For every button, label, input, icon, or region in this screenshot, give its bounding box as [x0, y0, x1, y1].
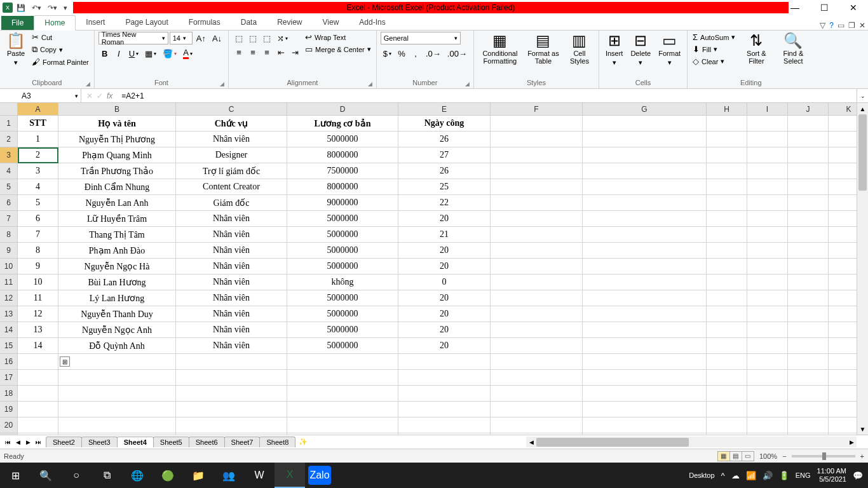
row-header-15[interactable]: 15: [0, 338, 18, 354]
align-bottom-button[interactable]: ⬚: [261, 32, 273, 44]
ribbon-tab-page-layout[interactable]: Page Layout: [115, 15, 178, 30]
cell-E14[interactable]: 20: [398, 322, 491, 338]
ribbon-tab-home[interactable]: Home: [34, 15, 76, 30]
zalo-icon[interactable]: Zalo: [308, 466, 331, 485]
cell-B14[interactable]: Nguyễn Ngọc Anh: [58, 322, 176, 338]
cell-B19[interactable]: [58, 402, 176, 417]
autofill-options-icon[interactable]: ⊞: [60, 356, 70, 367]
cell-F9[interactable]: [491, 243, 583, 259]
row-header-20[interactable]: 20: [0, 417, 18, 433]
font-color-button[interactable]: A▾: [180, 47, 195, 60]
cell-C6[interactable]: Giám đốc: [176, 195, 287, 211]
paste-button[interactable]: 📋 Paste ▾: [4, 32, 28, 68]
cell-D11[interactable]: không: [287, 274, 398, 290]
scroll-up-icon[interactable]: ▲: [857, 103, 868, 114]
cell-H14[interactable]: [707, 322, 747, 338]
accounting-button[interactable]: $▾: [381, 47, 394, 60]
cell-J20[interactable]: [788, 417, 829, 433]
cell-G17[interactable]: [583, 370, 707, 386]
cell-E1[interactable]: Ngày công: [398, 116, 491, 132]
align-left-button[interactable]: ≡: [233, 46, 245, 58]
column-header-G[interactable]: G: [583, 103, 707, 116]
cell-H11[interactable]: [707, 274, 747, 290]
alignment-launcher-icon[interactable]: ◢: [368, 81, 372, 87]
cell-G1[interactable]: [583, 116, 707, 132]
cell-I9[interactable]: [747, 243, 788, 259]
cell-B1[interactable]: Họ và tên: [58, 116, 176, 132]
autosum-button[interactable]: ΣAutoSum▾: [691, 32, 736, 43]
cell-E13[interactable]: 20: [398, 306, 491, 322]
cell-J3[interactable]: [788, 147, 829, 163]
cell-F16[interactable]: [491, 354, 583, 370]
doc-close-icon[interactable]: ✕: [859, 21, 865, 30]
cell-B2[interactable]: Nguyễn Thị Phương: [58, 132, 176, 147]
row-header-2[interactable]: 2: [0, 132, 18, 147]
cell-D10[interactable]: 5000000: [287, 259, 398, 274]
cell-C11[interactable]: Nhân viên: [176, 274, 287, 290]
cell-F1[interactable]: [491, 116, 583, 132]
cell-C2[interactable]: Nhân viên: [176, 132, 287, 147]
row-header-17[interactable]: 17: [0, 370, 18, 386]
cell-C18[interactable]: [176, 386, 287, 402]
shrink-font-button[interactable]: A↓: [210, 32, 224, 44]
font-name-combo[interactable]: Times New Roman▾: [98, 32, 168, 44]
clear-button[interactable]: ◇Clear▾: [691, 56, 736, 67]
cell-H17[interactable]: [707, 370, 747, 386]
tray-expand-icon[interactable]: ^: [721, 471, 725, 480]
insert-cells-button[interactable]: ⊞Insert▾: [603, 32, 626, 68]
qat-undo-icon[interactable]: ↶▾: [29, 3, 44, 13]
fill-button[interactable]: ⬇Fill▾: [691, 44, 736, 55]
cell-B12[interactable]: Lý Lan Hương: [58, 290, 176, 306]
cell-A16[interactable]: [18, 354, 58, 370]
cell-E11[interactable]: 0: [398, 274, 491, 290]
cell-E4[interactable]: 26: [398, 163, 491, 179]
row-header-4[interactable]: 4: [0, 163, 18, 179]
cell-A11[interactable]: 10: [18, 274, 58, 290]
underline-button[interactable]: U▾: [126, 47, 141, 60]
cell-G7[interactable]: [583, 211, 707, 227]
clock[interactable]: 11:00 AM 5/5/2021: [817, 467, 846, 484]
italic-button[interactable]: I: [112, 47, 125, 60]
cell-I15[interactable]: [747, 338, 788, 354]
cell-B17[interactable]: [58, 370, 176, 386]
page-layout-view-button[interactable]: ▤: [729, 451, 742, 461]
grow-font-button[interactable]: A↑: [194, 32, 208, 44]
cell-F17[interactable]: [491, 370, 583, 386]
copy-button[interactable]: ⧉Copy▾: [31, 44, 90, 55]
row-header-12[interactable]: 12: [0, 290, 18, 306]
cell-F10[interactable]: [491, 259, 583, 274]
desktop-button[interactable]: Desktop: [689, 471, 714, 479]
cell-G11[interactable]: [583, 274, 707, 290]
cell-C12[interactable]: Nhân viên: [176, 290, 287, 306]
cell-G12[interactable]: [583, 290, 707, 306]
enter-formula-icon[interactable]: ✓: [97, 92, 103, 100]
cell-E16[interactable]: [398, 354, 491, 370]
cell-E20[interactable]: [398, 417, 491, 433]
cell-I6[interactable]: [747, 195, 788, 211]
cell-D6[interactable]: 9000000: [287, 195, 398, 211]
task-view-icon[interactable]: ⧉: [92, 463, 122, 488]
new-sheet-icon[interactable]: ✨: [295, 437, 311, 447]
wifi-icon[interactable]: 📶: [746, 471, 756, 480]
cell-J5[interactable]: [788, 179, 829, 195]
cell-J18[interactable]: [788, 386, 829, 402]
cell-D15[interactable]: 5000000: [287, 338, 398, 354]
cell-H16[interactable]: [707, 354, 747, 370]
ribbon-minimize-icon[interactable]: ▽: [820, 21, 825, 30]
column-header-H[interactable]: H: [707, 103, 747, 116]
cell-D14[interactable]: 5000000: [287, 322, 398, 338]
cell-A15[interactable]: 14: [18, 338, 58, 354]
format-cells-button[interactable]: ▭Format▾: [656, 32, 683, 68]
onedrive-icon[interactable]: ☁: [731, 471, 740, 480]
cell-E18[interactable]: [398, 386, 491, 402]
row-header-16[interactable]: 16: [0, 354, 18, 370]
cancel-formula-icon[interactable]: ✕: [86, 92, 93, 100]
find-select-button[interactable]: 🔍Find & Select: [776, 32, 810, 66]
cell-J4[interactable]: [788, 163, 829, 179]
cell-G3[interactable]: [583, 147, 707, 163]
cell-A12[interactable]: 11: [18, 290, 58, 306]
cell-D13[interactable]: 5000000: [287, 306, 398, 322]
cell-G15[interactable]: [583, 338, 707, 354]
cell-E9[interactable]: 20: [398, 243, 491, 259]
sheet-prev-icon[interactable]: ◀: [13, 437, 23, 448]
